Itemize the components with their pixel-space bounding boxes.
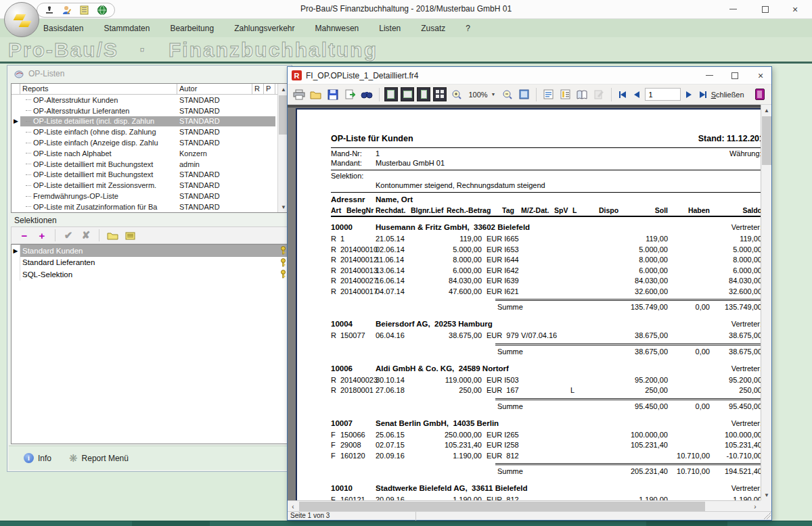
menu-item-stammdaten[interactable]: Stammdaten [104,24,150,33]
export-button[interactable] [342,87,358,103]
resize-grip[interactable] [764,512,771,519]
main-minimize-button[interactable] [721,0,744,18]
scroll-up-icon[interactable]: ▲ [761,105,772,116]
report-preview-window: R FI_OP.OPListe_1_Detailliert.fr4 × 100%… [287,66,772,521]
op-saldo: 95.200,00 [712,376,761,384]
open-button[interactable] [309,87,324,103]
op-art: F [331,441,336,449]
scroll-thumb[interactable] [762,116,771,165]
menu-item-listen[interactable]: Listen [379,24,401,33]
menu-item-zusatz[interactable]: Zusatz [421,24,445,33]
r-column-header[interactable]: R [252,84,264,94]
selection-row[interactable]: SQL-Selektion [12,268,288,281]
preview-close-button[interactable]: × [750,67,771,84]
scroll-right-icon[interactable]: › [750,501,761,512]
report-list-row[interactable]: OP-Liste mit Zusatzinformation für BaSTA… [12,201,288,212]
menu-item-zahlungsverkehr[interactable]: Zahlungsverkehr [234,24,294,33]
grid-icon [436,90,445,99]
text-view-button[interactable] [541,87,556,103]
exit-door-icon[interactable] [755,89,765,100]
preview-vertical-scrollbar[interactable]: ▲ ▼ [761,105,771,500]
group-name: Aldi GmbH & Co. KG, 24589 Nortorf [376,364,509,373]
main-close-button[interactable]: × [784,0,807,18]
toolbar-separator [379,88,380,101]
op-waehrung-beleg: EUR I621 [487,287,519,295]
op-betrag: 1.190,00 [412,452,482,460]
op-row: R20140002716.06.1484.030,00EUR I63984.03… [297,277,761,287]
menu-item-?[interactable]: ? [466,24,470,33]
first-page-button[interactable] [616,87,629,102]
scroll-down-icon[interactable]: ▼ [761,489,772,500]
thumbnails-button[interactable] [574,87,590,103]
report-list-row[interactable]: OP-Altersstruktur LieferantenSTANDARD [12,105,288,116]
globe-icon[interactable] [97,5,108,16]
scroll-thumb[interactable] [299,502,705,511]
menu-item-bearbeitung[interactable]: Bearbeitung [170,24,214,33]
sum-rule [495,299,761,301]
page-number-input[interactable]: 1 [645,88,681,101]
outline-button[interactable] [558,87,573,103]
report-list-row[interactable]: OP-Liste nach AlphabetKonzern [12,148,288,159]
schliessen-button[interactable]: Schließen [711,91,744,99]
report-menu-button[interactable]: ❋ Report Menü [69,453,129,463]
preview-horizontal-scrollbar[interactable]: ‹ › [288,500,761,511]
report-name: OP-Liste detailliert mit Buchungstext [20,159,177,170]
print-button[interactable] [292,87,307,103]
report-autor: STANDARD [177,137,252,148]
report-list-row[interactable]: Fremdwährungs-OP-ListeSTANDARD [12,191,288,201]
confirm-button[interactable]: ✔ [60,228,77,243]
preview-minimize-button[interactable] [698,67,720,84]
zoom-out-button[interactable] [500,87,516,103]
preview-maximize-button[interactable] [724,67,746,84]
arrow-right-icon [686,91,692,98]
find-button[interactable] [359,87,375,103]
p-column-header[interactable]: P [264,84,275,94]
folder-list-icon[interactable] [121,228,139,243]
summe-saldo: 95.450,00 [712,402,761,410]
reports-column-header[interactable]: Reports [20,84,177,94]
menu-item-basisdaten[interactable]: Basisdaten [43,24,83,33]
folder-icon[interactable] [104,228,121,243]
selektionen-toolbar: − + ✔ ✘ [11,226,289,244]
menu-item-mahnwesen[interactable]: Mahnwesen [315,24,359,33]
report-autor: STANDARD [177,116,252,127]
report-list-row[interactable]: OP-Liste detailliert mit Buchungstextadm… [12,159,288,170]
zoom-select[interactable]: 100% ▼ [466,88,498,101]
checklist-icon[interactable] [79,5,90,16]
summe-haben: 0,00 [671,402,710,410]
report-list-row[interactable]: ▶OP-Liste detailliert (incl. disp. Zahlu… [12,116,288,127]
main-maximize-button[interactable] [754,0,777,18]
last-page-button[interactable] [697,87,710,102]
full-page-button[interactable] [517,87,533,103]
report-list-row[interactable]: OP-Liste detailliert mit Zessionsverm.ST… [12,180,288,191]
report-stand-date: Stand: 11.12.201 [595,134,761,143]
save-button[interactable] [325,87,341,103]
prev-page-button[interactable] [630,87,643,102]
selection-row[interactable]: ▶Standard Kunden [12,245,288,257]
row-marker [12,180,20,191]
zoom-in-button[interactable] [449,87,464,103]
app-logo[interactable] [4,2,39,37]
cancel-button[interactable]: ✘ [77,228,95,243]
user-edit-icon[interactable] [62,5,72,16]
view-whole-page-button[interactable] [384,87,398,101]
report-list-row[interactable]: OP-Liste detailliert mit BuchungstextSTA… [12,170,288,181]
report-list-row[interactable]: OP-Liste einfach (ohne disp. ZahlungSTAN… [12,126,288,137]
report-list-row[interactable]: OP-Liste einfach (Anzeige disp. ZahluSTA… [12,137,288,148]
view-many-pages-button[interactable] [433,87,447,101]
view-two-pages-button[interactable] [401,87,414,101]
remove-selection-button[interactable]: − [16,228,33,243]
preview-area: OP-Liste für Kunden Stand: 11.12.201 Man… [288,105,761,500]
report-list-row[interactable]: OP-Altersstruktur KundenSTANDARD [12,95,288,105]
scroll-left-icon[interactable]: ‹ [288,501,298,512]
add-selection-button[interactable]: + [33,228,51,243]
next-page-button[interactable] [682,87,695,102]
op-belegnr: 160120 [340,452,365,460]
stamp-icon[interactable] [44,5,55,16]
autor-column-header[interactable]: Autor [177,84,252,94]
view-page-width-button[interactable] [417,87,430,101]
op-belegnr: 160121 [340,496,365,500]
info-button[interactable]: i Info [24,453,51,463]
edit-page-button[interactable] [591,87,607,103]
selection-row[interactable]: Standard Lieferanten [12,257,288,269]
